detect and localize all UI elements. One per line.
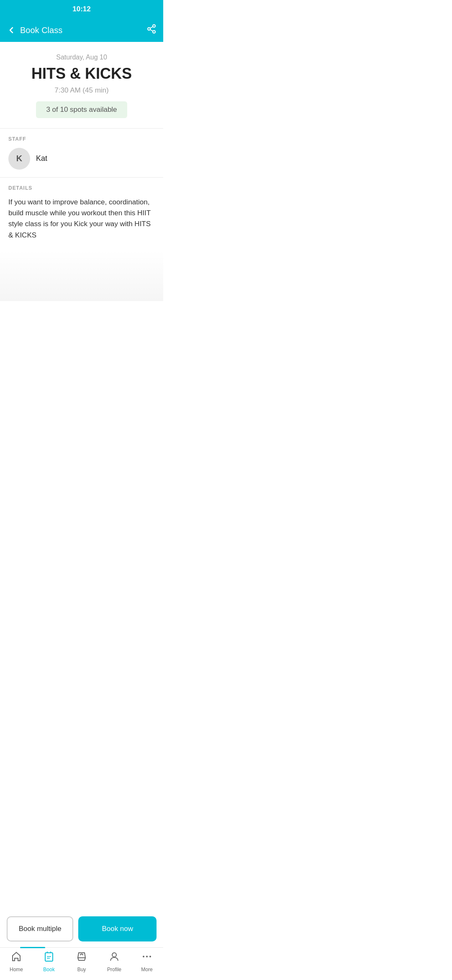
- back-button[interactable]: [7, 26, 16, 35]
- staff-row: K Kat: [8, 148, 155, 170]
- svg-line-4: [150, 27, 153, 28]
- class-time: 7:30 AM (45 min): [8, 86, 155, 95]
- class-date: Saturday, Aug 10: [8, 54, 155, 61]
- class-info: Saturday, Aug 10 HITS & KICKS 7:30 AM (4…: [0, 42, 163, 129]
- header-left: Book Class: [7, 26, 62, 35]
- svg-line-3: [150, 30, 153, 31]
- svg-point-1: [148, 28, 150, 30]
- staff-name: Kat: [36, 154, 47, 163]
- details-section: DETAILS If you want to improve balance, …: [0, 178, 163, 251]
- class-name: HITS & KICKS: [8, 65, 155, 82]
- content: Saturday, Aug 10 HITS & KICKS 7:30 AM (4…: [0, 42, 163, 301]
- svg-point-0: [153, 25, 155, 27]
- details-text: If you want to improve balance, coordina…: [8, 197, 155, 241]
- status-time: 10:12: [72, 5, 90, 13]
- spacer: [0, 251, 163, 301]
- staff-section: STAFF K Kat: [0, 129, 163, 178]
- details-section-label: DETAILS: [8, 185, 155, 191]
- spots-badge: 3 of 10 spots available: [36, 101, 127, 118]
- status-bar: 10:12: [0, 0, 163, 18]
- share-button[interactable]: [146, 24, 157, 36]
- staff-section-label: STAFF: [8, 136, 155, 142]
- header: Book Class: [0, 18, 163, 42]
- svg-point-2: [153, 31, 155, 33]
- staff-avatar: K: [8, 148, 30, 170]
- header-title: Book Class: [20, 26, 62, 35]
